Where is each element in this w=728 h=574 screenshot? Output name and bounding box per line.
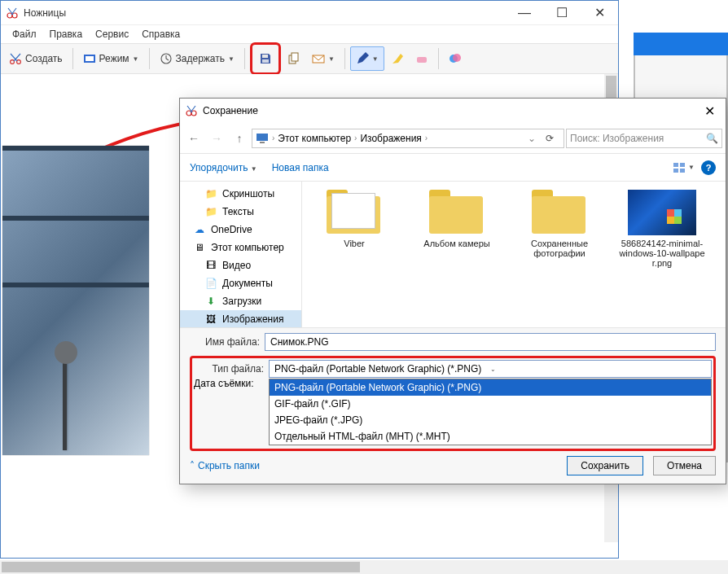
svg-rect-10 <box>292 53 298 61</box>
tree-item-onedrive[interactable]: ☁OneDrive <box>180 221 301 239</box>
search-icon: 🔍 <box>706 133 718 144</box>
filename-input[interactable] <box>265 333 716 351</box>
mail-button[interactable]: ▼ <box>307 46 340 71</box>
pc-icon: 🖥 <box>193 241 206 254</box>
crumb-dropdown-icon[interactable]: ⌄ <box>528 133 536 144</box>
menu-file[interactable]: Файл <box>7 27 42 42</box>
filetype-select[interactable]: PNG-файл (Portable Network Graphic) (*.P… <box>269 360 712 378</box>
svg-rect-17 <box>257 134 268 141</box>
toolbar: Создать Режим ▼ Задержать ▼ ▼ ▼ <box>1 43 618 74</box>
hide-folders-button[interactable]: ˄Скрыть папки <box>190 460 260 471</box>
nav-tree: 📁Скриншоты 📁Тексты ☁OneDrive 🖥Этот компь… <box>180 182 302 327</box>
save-button-highlight <box>250 42 281 75</box>
dialog-body: 📁Скриншоты 📁Тексты ☁OneDrive 🖥Этот компь… <box>180 182 726 327</box>
filename-label: Имя файла: <box>190 336 265 348</box>
organize-button[interactable]: Упорядочить ▼ <box>190 162 257 173</box>
tree-item-texts[interactable]: 📁Тексты <box>180 203 301 221</box>
file-label: Альбом камеры <box>423 239 489 248</box>
breadcrumb[interactable]: › Этот компьютер › Изображения › ⌄ ⟳ <box>252 129 564 148</box>
crumb-folder[interactable]: Изображения <box>360 133 421 144</box>
svg-rect-12 <box>417 57 427 63</box>
file-pane[interactable]: Viber Альбом камеры Сохраненные фотограф… <box>302 182 726 327</box>
refresh-button[interactable]: ⟳ <box>539 133 560 144</box>
mode-rect-icon <box>83 52 96 65</box>
delay-button[interactable]: Задержать ▼ <box>155 46 239 71</box>
file-item[interactable]: Сохраненные фотографии <box>515 190 603 258</box>
date-label: Дата съёмки: <box>194 378 269 445</box>
svg-point-3 <box>17 60 21 64</box>
new-folder-button[interactable]: Новая папка <box>272 162 329 173</box>
mode-label: Режим <box>99 53 129 64</box>
svg-rect-21 <box>673 169 678 173</box>
view-options-button[interactable]: ▼ <box>673 161 695 174</box>
file-label: 586824142-minimal-windows-10-wallpaper.p… <box>618 239 706 268</box>
monitor-icon <box>256 132 269 145</box>
pen-button[interactable]: ▼ <box>350 46 384 71</box>
file-label: Сохраненные фотографии <box>515 239 603 258</box>
nav-back-button[interactable]: ← <box>183 128 204 149</box>
file-item[interactable]: Альбом камеры <box>413 190 501 248</box>
save-button[interactable] <box>254 46 277 71</box>
window-title: Ножницы <box>24 7 506 19</box>
nav-up-button[interactable]: ↑ <box>229 128 250 149</box>
horizontal-scrollbar[interactable] <box>0 560 728 574</box>
menu-help[interactable]: Справка <box>137 27 185 42</box>
mode-button[interactable]: Режим ▼ <box>78 46 144 71</box>
search-placeholder: Поиск: Изображения <box>570 133 664 144</box>
paint3d-button[interactable] <box>444 46 467 71</box>
chevron-up-icon: ˄ <box>190 460 195 471</box>
menu-edit[interactable]: Правка <box>45 27 88 42</box>
highlighter-button[interactable] <box>386 46 409 71</box>
filetype-option[interactable]: GIF-файл (*.GIF) <box>270 396 711 412</box>
copy-icon <box>287 52 300 65</box>
crumb-root[interactable]: Этот компьютер <box>278 133 351 144</box>
tree-item-documents[interactable]: 📄Документы <box>180 274 301 292</box>
tree-item-video[interactable]: 🎞Видео <box>180 256 301 274</box>
folder-icon: 📁 <box>204 205 217 218</box>
titlebar: Ножницы — ☐ ✕ <box>1 1 618 25</box>
nav-forward-button[interactable]: → <box>206 128 227 149</box>
svg-rect-5 <box>86 56 94 61</box>
minimize-button[interactable]: — <box>506 1 543 25</box>
filetype-option[interactable]: PNG-файл (Portable Network Graphic) (*.P… <box>270 379 711 396</box>
svg-point-2 <box>11 60 15 64</box>
dialog-title: Сохранение <box>203 105 693 116</box>
maximize-button[interactable]: ☐ <box>543 1 581 25</box>
filetype-option[interactable]: Отдельный HTML-файл (MHT) (*.MHT) <box>270 428 711 445</box>
help-button[interactable]: ? <box>701 160 716 175</box>
scissors-icon <box>9 52 22 65</box>
menu-tools[interactable]: Сервис <box>90 27 134 42</box>
highlighter-icon <box>391 52 404 65</box>
new-snip-button[interactable]: Создать <box>4 46 68 71</box>
dialog-bottom: Имя файла: Тип файла: PNG-файл (Portable… <box>180 327 726 484</box>
menubar: Файл Правка Сервис Справка <box>1 25 618 43</box>
svg-rect-19 <box>673 163 678 167</box>
folder-icon <box>325 190 384 235</box>
tree-item-this-pc[interactable]: 🖥Этот компьютер <box>180 239 301 256</box>
svg-rect-22 <box>680 169 685 173</box>
tree-item-pictures[interactable]: 🖼Изображения <box>180 310 301 327</box>
search-input[interactable]: Поиск: Изображения 🔍 <box>566 129 722 148</box>
folder-icon <box>428 190 486 235</box>
document-icon: 📄 <box>204 277 217 290</box>
save-confirm-button[interactable]: Сохранить <box>567 456 643 475</box>
tree-item-screenshots[interactable]: 📁Скриншоты <box>180 185 301 203</box>
tree-item-downloads[interactable]: ⬇Загрузки <box>180 292 301 310</box>
svg-point-14 <box>453 54 461 62</box>
video-icon: 🎞 <box>204 259 217 272</box>
save-dialog: Сохранение ✕ ← → ↑ › Этот компьютер › Из… <box>179 98 726 484</box>
file-item[interactable]: 586824142-minimal-windows-10-wallpaper.p… <box>618 190 706 268</box>
dialog-toolbar: Упорядочить ▼ Новая папка ▼ ? <box>180 154 726 182</box>
folder-icon: 📁 <box>204 187 217 200</box>
chevron-down-icon: ▼ <box>372 55 379 63</box>
download-icon: ⬇ <box>204 295 217 308</box>
filetype-option[interactable]: JPEG-файл (*.JPG) <box>270 412 711 428</box>
dialog-close-button[interactable]: ✕ <box>693 99 726 123</box>
file-item[interactable]: Viber <box>310 190 398 248</box>
close-button[interactable]: ✕ <box>581 1 618 25</box>
cancel-button[interactable]: Отмена <box>653 456 716 475</box>
copy-button[interactable] <box>283 46 305 71</box>
eraser-button[interactable] <box>410 46 433 71</box>
clock-icon <box>160 52 173 65</box>
chevron-down-icon: ⌄ <box>490 366 706 373</box>
